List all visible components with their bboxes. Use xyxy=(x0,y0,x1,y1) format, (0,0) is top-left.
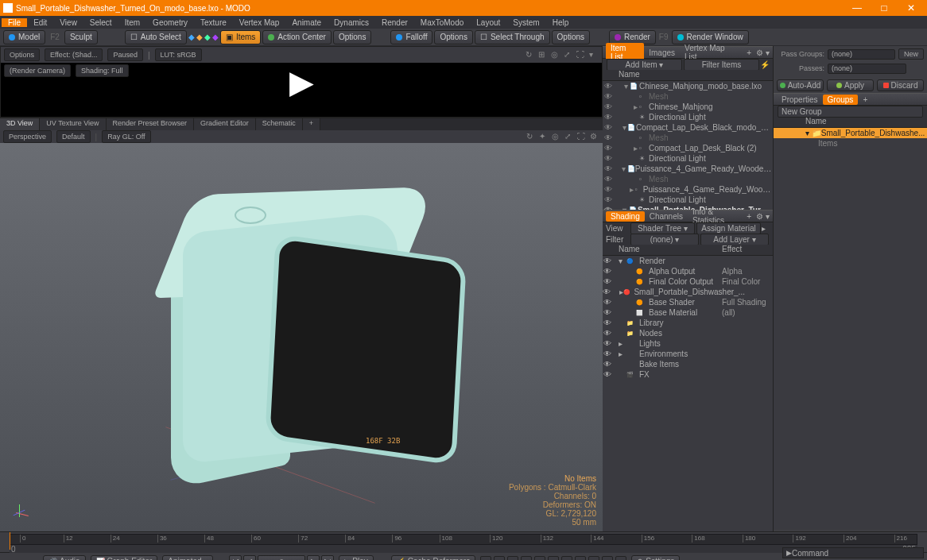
shading-mode[interactable]: Shading: Full xyxy=(76,64,129,77)
proptab[interactable]: + xyxy=(858,95,872,105)
menu-animate[interactable]: Animate xyxy=(285,18,328,27)
shadingtab[interactable]: + xyxy=(742,211,756,222)
options-button-2[interactable]: Options xyxy=(434,30,472,44)
axis-gizmo[interactable] xyxy=(10,503,29,522)
shader-row[interactable]: 👁▾🔵Render xyxy=(603,256,773,266)
preview-icon[interactable]: ◎ xyxy=(551,50,560,60)
new-button[interactable]: New xyxy=(898,48,924,60)
preview-icon[interactable]: ⤢ xyxy=(564,50,573,60)
apply-button[interactable]: Apply xyxy=(827,79,874,91)
preview-icon[interactable]: ⊞ xyxy=(538,50,548,60)
tool-icon[interactable] xyxy=(548,556,559,561)
item-tree[interactable]: Name 👁▾📄Chinese_Mahjong_modo_base.lxo👁▫M… xyxy=(603,70,773,210)
audio-button[interactable]: 🔊 Audio xyxy=(43,555,86,561)
menu-item[interactable]: Item xyxy=(118,18,146,27)
menu-vertex-map[interactable]: Vertex Map xyxy=(233,18,286,27)
tool-icon[interactable] xyxy=(602,556,613,561)
menu-dynamics[interactable]: Dynamics xyxy=(328,18,375,27)
shader-row[interactable]: 👁🟠Alpha OutputAlpha xyxy=(603,266,773,276)
item-row[interactable]: 👁☀Directional Light xyxy=(603,112,773,122)
shadingtab[interactable]: Shading xyxy=(606,211,645,222)
group-row[interactable]: ▾ 📁 Small_Portable_Dishwashe... xyxy=(774,128,927,138)
menu-layout[interactable]: Layout xyxy=(470,18,506,27)
proptab[interactable]: Groups xyxy=(823,95,859,105)
item-row[interactable]: 👁▫Mesh xyxy=(603,91,773,102)
play-icon[interactable]: ▶ xyxy=(289,64,314,100)
menu-edit[interactable]: Edit xyxy=(27,18,53,27)
current-frame[interactable]: 0 xyxy=(258,555,305,561)
shader-row[interactable]: 👁📁Library xyxy=(603,318,773,328)
item-row[interactable]: 👁▾📄Compact_Lap_Desk_Black_modo_base.lxo xyxy=(603,122,773,133)
tool-icon[interactable] xyxy=(534,556,545,561)
add-item-button[interactable]: Add Item ▾ xyxy=(607,59,682,71)
filter-items[interactable]: Filter Items xyxy=(684,59,759,71)
prev-frame-button[interactable]: ◀ xyxy=(243,555,256,561)
default-dropdown[interactable]: Default xyxy=(56,130,91,143)
falloff-button[interactable]: Falloff xyxy=(390,30,432,44)
tool-icon[interactable] xyxy=(480,556,491,561)
discard-button[interactable]: Discard xyxy=(877,79,924,91)
viewtab[interactable]: + xyxy=(303,118,320,130)
item-row[interactable]: 👁☀Directional Light xyxy=(603,195,773,205)
vp-icon[interactable]: ✦ xyxy=(539,132,549,141)
tool-icon[interactable] xyxy=(575,556,586,561)
goto-end-button[interactable]: ▶| xyxy=(321,555,334,561)
preview-lut[interactable]: LUT: sRGB xyxy=(155,48,202,61)
vp-icon[interactable]: ⛶ xyxy=(577,132,587,141)
item-row[interactable]: 👁☀Directional Light xyxy=(603,153,773,164)
action-center-button[interactable]: Action Center xyxy=(262,30,332,44)
preview-icon[interactable]: ⛶ xyxy=(576,50,586,60)
tool-icon[interactable] xyxy=(561,556,572,561)
close-button[interactable]: ✕ xyxy=(903,2,919,14)
items-button[interactable]: ▣ Items xyxy=(220,30,261,44)
menu-select[interactable]: Select xyxy=(83,18,118,27)
model-button[interactable]: Model xyxy=(3,30,45,44)
new-group-button[interactable]: New Group xyxy=(778,106,923,118)
cache-deformers-button[interactable]: ⚡ Cache Deformers xyxy=(391,555,475,561)
item-row[interactable]: 👁▫Mesh xyxy=(603,133,773,143)
item-row[interactable]: 👁▾📄Puissance_4_Game_Ready_Wooden_Boar ..… xyxy=(603,164,773,174)
auto-select-button[interactable]: ☐ Auto Select xyxy=(125,30,187,44)
shader-row[interactable]: 👁▸Lights xyxy=(603,338,773,349)
proptab[interactable]: Properties xyxy=(777,95,823,105)
maximize-button[interactable]: □ xyxy=(876,2,892,14)
animated-dropdown[interactable]: Animated ▾ xyxy=(162,555,213,561)
menu-texture[interactable]: Texture xyxy=(194,18,233,27)
viewtab[interactable]: Gradient Editor xyxy=(194,118,256,130)
shader-row[interactable]: 👁▸Environments xyxy=(603,349,773,359)
panel-icon[interactable]: ⚙ xyxy=(756,212,763,221)
vp-icon[interactable]: ↻ xyxy=(526,132,536,141)
render-window-button[interactable]: Render Window xyxy=(672,30,749,44)
viewtab[interactable]: UV Texture View xyxy=(40,118,106,130)
item-row[interactable]: 👁▸▫Compact_Lap_Desk_Black (2) xyxy=(603,143,773,153)
minimize-button[interactable]: — xyxy=(849,2,865,14)
render-camera[interactable]: (Render Camera) xyxy=(4,64,71,77)
groups-tree[interactable]: Name ▾ 📁 Small_Portable_Dishwashe... Ite… xyxy=(774,117,927,530)
sculpt-button[interactable]: Sculpt xyxy=(64,30,98,44)
shader-row[interactable]: 👁📁Nodes xyxy=(603,328,773,338)
item-row[interactable]: 👁▸▫Chinese_Mahjong xyxy=(603,102,773,112)
item-row[interactable]: 👁▾📄Chinese_Mahjong_modo_base.lxo xyxy=(603,81,773,91)
itemtab[interactable]: Images xyxy=(644,48,680,58)
play-button[interactable]: ▶ Play xyxy=(339,555,373,561)
preview-options[interactable]: Options xyxy=(4,48,40,61)
auto-add-button[interactable]: Auto-Add xyxy=(777,79,824,91)
shader-row[interactable]: 👁🟠Base ShaderFull Shading xyxy=(603,297,773,307)
raygl-toggle[interactable]: Ray GL: Off xyxy=(102,130,150,143)
preview-icon[interactable]: ↻ xyxy=(526,50,535,60)
itemtab[interactable]: + xyxy=(742,48,756,58)
command-input[interactable]: ▶ Command xyxy=(782,547,924,558)
menu-help[interactable]: Help xyxy=(546,18,576,27)
goto-start-button[interactable]: |◀ xyxy=(229,555,242,561)
filter-icon[interactable]: ⚡ xyxy=(760,60,770,69)
menu-system[interactable]: System xyxy=(506,18,545,27)
pass-groups-dropdown[interactable]: (none) xyxy=(828,49,895,60)
menu-render[interactable]: Render xyxy=(375,18,414,27)
viewtab[interactable]: Render Preset Browser xyxy=(107,118,195,130)
menu-maxtomodo[interactable]: MaxToModo xyxy=(414,18,470,27)
shader-row[interactable]: 👁⬜Base Material(all) xyxy=(603,307,773,318)
perspective-dropdown[interactable]: Perspective xyxy=(3,130,52,143)
tool-icon[interactable] xyxy=(615,556,626,561)
tool-icon[interactable] xyxy=(494,556,505,561)
options-button-3[interactable]: Options xyxy=(552,30,590,44)
